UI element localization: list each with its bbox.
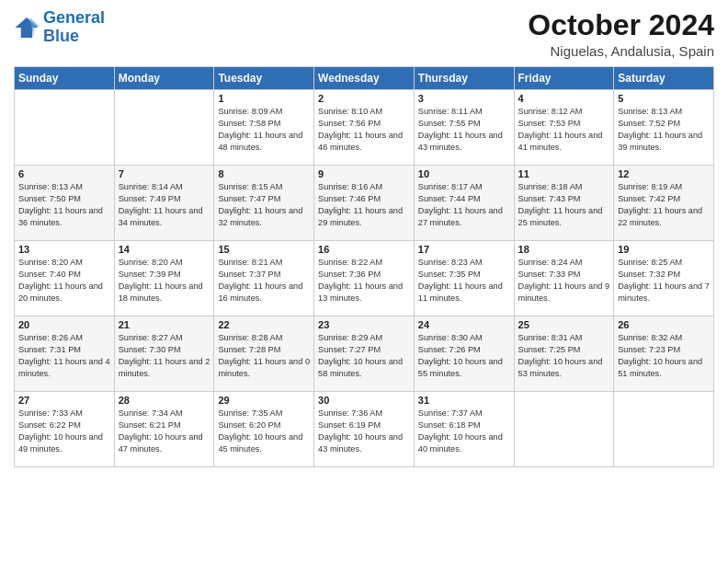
day-info: Sunrise: 8:30 AMSunset: 7:26 PMDaylight:… — [418, 332, 510, 380]
location-title: Niguelas, Andalusia, Spain — [528, 43, 714, 59]
day-info: Sunrise: 8:18 AMSunset: 7:43 PMDaylight:… — [518, 181, 610, 229]
sunset-line: Sunset: 7:35 PM — [418, 269, 510, 281]
sunrise-line: Sunrise: 8:11 AM — [418, 106, 510, 118]
day-number: 17 — [418, 244, 510, 255]
day-number: 14 — [119, 244, 210, 255]
day-number: 20 — [18, 319, 110, 330]
cell-0-2: 1Sunrise: 8:09 AMSunset: 7:58 PMDaylight… — [214, 90, 314, 166]
sunrise-line: Sunrise: 7:35 AM — [218, 408, 310, 419]
daylight-line: Daylight: 11 hours and 4 minutes. — [18, 356, 110, 380]
sunset-line: Sunset: 7:26 PM — [418, 344, 510, 356]
cell-1-2: 8Sunrise: 8:15 AMSunset: 7:47 PMDaylight… — [214, 166, 314, 241]
sunrise-line: Sunrise: 8:19 AM — [618, 181, 710, 193]
day-info: Sunrise: 7:36 AMSunset: 6:19 PMDaylight:… — [318, 408, 410, 455]
col-thursday: Thursday — [414, 67, 514, 90]
sunrise-line: Sunrise: 8:30 AM — [418, 332, 510, 344]
daylight-line: Daylight: 11 hours and 39 minutes. — [618, 130, 710, 154]
sunrise-line: Sunrise: 8:24 AM — [518, 257, 610, 269]
day-number: 2 — [318, 93, 410, 104]
day-info: Sunrise: 8:25 AMSunset: 7:32 PMDaylight:… — [618, 257, 710, 304]
sunset-line: Sunset: 7:40 PM — [18, 269, 110, 281]
cell-4-1: 28Sunrise: 7:34 AMSunset: 6:21 PMDayligh… — [114, 392, 214, 467]
cell-0-4: 3Sunrise: 8:11 AMSunset: 7:55 PMDaylight… — [414, 90, 514, 166]
cell-2-5: 18Sunrise: 8:24 AMSunset: 7:33 PMDayligh… — [514, 241, 614, 316]
sunrise-line: Sunrise: 7:34 AM — [119, 408, 210, 419]
sunrise-line: Sunrise: 8:23 AM — [418, 257, 510, 269]
week-row-2: 13Sunrise: 8:20 AMSunset: 7:40 PMDayligh… — [15, 241, 714, 316]
cell-4-0: 27Sunrise: 7:33 AMSunset: 6:22 PMDayligh… — [15, 392, 115, 467]
sunset-line: Sunset: 7:43 PM — [518, 193, 610, 205]
cell-1-6: 12Sunrise: 8:19 AMSunset: 7:42 PMDayligh… — [614, 166, 714, 241]
cell-0-6: 5Sunrise: 8:13 AMSunset: 7:52 PMDaylight… — [614, 90, 714, 166]
cell-3-1: 21Sunrise: 8:27 AMSunset: 7:30 PMDayligh… — [114, 316, 214, 392]
day-info: Sunrise: 8:24 AMSunset: 7:33 PMDaylight:… — [518, 257, 610, 304]
sunset-line: Sunset: 7:32 PM — [618, 269, 710, 281]
sunset-line: Sunset: 7:27 PM — [318, 344, 410, 356]
sunrise-line: Sunrise: 8:25 AM — [618, 257, 710, 269]
daylight-line: Daylight: 11 hours and 43 minutes. — [418, 130, 510, 154]
sunrise-line: Sunrise: 8:16 AM — [318, 181, 410, 193]
day-info: Sunrise: 8:26 AMSunset: 7:31 PMDaylight:… — [18, 332, 110, 380]
sunrise-line: Sunrise: 8:13 AM — [18, 181, 110, 193]
logo-blue: Blue — [43, 27, 79, 45]
day-info: Sunrise: 8:15 AMSunset: 7:47 PMDaylight:… — [218, 181, 310, 229]
cell-1-4: 10Sunrise: 8:17 AMSunset: 7:44 PMDayligh… — [414, 166, 514, 241]
day-number: 9 — [318, 168, 410, 179]
sunrise-line: Sunrise: 8:09 AM — [218, 106, 310, 118]
cell-2-0: 13Sunrise: 8:20 AMSunset: 7:40 PMDayligh… — [15, 241, 115, 316]
cell-2-3: 16Sunrise: 8:22 AMSunset: 7:36 PMDayligh… — [314, 241, 415, 316]
day-info: Sunrise: 8:23 AMSunset: 7:35 PMDaylight:… — [418, 257, 510, 304]
sunrise-line: Sunrise: 8:14 AM — [119, 181, 210, 193]
daylight-line: Daylight: 11 hours and 36 minutes. — [18, 205, 110, 229]
sunrise-line: Sunrise: 8:28 AM — [218, 332, 310, 344]
day-info: Sunrise: 8:14 AMSunset: 7:49 PMDaylight:… — [119, 181, 210, 229]
daylight-line: Daylight: 10 hours and 58 minutes. — [318, 356, 410, 380]
sunset-line: Sunset: 7:23 PM — [618, 344, 710, 356]
daylight-line: Daylight: 11 hours and 41 minutes. — [518, 130, 610, 154]
sunrise-line: Sunrise: 8:27 AM — [119, 332, 210, 344]
sunrise-line: Sunrise: 8:13 AM — [618, 106, 710, 118]
cell-0-5: 4Sunrise: 8:12 AMSunset: 7:53 PMDaylight… — [514, 90, 614, 166]
day-number: 27 — [18, 395, 110, 406]
sunset-line: Sunset: 7:55 PM — [418, 118, 510, 130]
day-number: 3 — [418, 93, 510, 104]
day-info: Sunrise: 8:27 AMSunset: 7:30 PMDaylight:… — [119, 332, 210, 380]
daylight-line: Daylight: 11 hours and 0 minutes. — [218, 356, 310, 380]
day-info: Sunrise: 7:33 AMSunset: 6:22 PMDaylight:… — [18, 408, 110, 455]
day-number: 26 — [618, 319, 710, 330]
cell-0-3: 2Sunrise: 8:10 AMSunset: 7:56 PMDaylight… — [314, 90, 415, 166]
daylight-line: Daylight: 10 hours and 43 minutes. — [318, 431, 410, 455]
day-number: 1 — [218, 93, 310, 104]
day-info: Sunrise: 8:19 AMSunset: 7:42 PMDaylight:… — [618, 181, 710, 229]
cell-1-0: 6Sunrise: 8:13 AMSunset: 7:50 PMDaylight… — [15, 166, 115, 241]
cell-4-3: 30Sunrise: 7:36 AMSunset: 6:19 PMDayligh… — [314, 392, 415, 467]
sunset-line: Sunset: 7:30 PM — [119, 344, 210, 356]
sunset-line: Sunset: 7:47 PM — [218, 193, 310, 205]
day-number: 18 — [518, 244, 610, 255]
day-number: 15 — [218, 244, 310, 255]
daylight-line: Daylight: 11 hours and 11 minutes. — [418, 281, 510, 304]
header: General Blue October 2024 Niguelas, Anda… — [14, 9, 714, 59]
cell-2-2: 15Sunrise: 8:21 AMSunset: 7:37 PMDayligh… — [214, 241, 314, 316]
sunset-line: Sunset: 7:37 PM — [218, 269, 310, 281]
cell-4-4: 31Sunrise: 7:37 AMSunset: 6:18 PMDayligh… — [414, 392, 514, 467]
sunset-line: Sunset: 7:53 PM — [518, 118, 610, 130]
daylight-line: Daylight: 10 hours and 40 minutes. — [418, 431, 510, 455]
sunset-line: Sunset: 6:21 PM — [119, 419, 210, 431]
cell-3-2: 22Sunrise: 8:28 AMSunset: 7:28 PMDayligh… — [214, 316, 314, 392]
day-number: 16 — [318, 244, 410, 255]
day-info: Sunrise: 8:16 AMSunset: 7:46 PMDaylight:… — [318, 181, 410, 229]
col-wednesday: Wednesday — [314, 67, 415, 90]
col-sunday: Sunday — [15, 67, 115, 90]
cell-0-0 — [15, 90, 115, 166]
cell-3-0: 20Sunrise: 8:26 AMSunset: 7:31 PMDayligh… — [15, 316, 115, 392]
sunset-line: Sunset: 7:56 PM — [318, 118, 410, 130]
daylight-line: Daylight: 11 hours and 9 minutes. — [518, 281, 610, 304]
sunrise-line: Sunrise: 7:33 AM — [18, 408, 110, 419]
cell-1-3: 9Sunrise: 8:16 AMSunset: 7:46 PMDaylight… — [314, 166, 415, 241]
day-info: Sunrise: 7:34 AMSunset: 6:21 PMDaylight:… — [119, 408, 210, 455]
day-number: 28 — [119, 395, 210, 406]
sunset-line: Sunset: 7:25 PM — [518, 344, 610, 356]
daylight-line: Daylight: 11 hours and 20 minutes. — [18, 281, 110, 304]
day-info: Sunrise: 8:13 AMSunset: 7:50 PMDaylight:… — [18, 181, 110, 229]
